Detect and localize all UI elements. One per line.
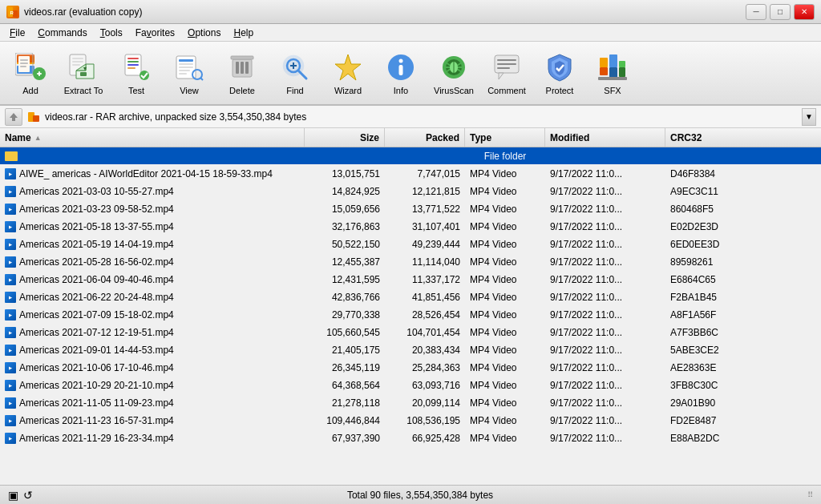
virusscan-button[interactable]: VirusScan [428,46,479,100]
menu-favorites[interactable]: Favorites [129,26,181,40]
file-modified: 9/17/2022 11:0... [545,292,665,303]
sfx-button[interactable]: SFX [587,46,638,100]
status-left: ▣ ↺ [8,489,33,502]
app-icon: R [6,6,19,18]
table-row[interactable]: ▶ Americas 2021-06-04 09-40-46.mp4 12,43… [0,271,821,288]
add-icon [14,51,47,83]
table-row[interactable]: ▶ Americas 2021-06-22 20-24-48.mp4 42,83… [0,288,821,306]
menu-file[interactable]: File [3,26,31,40]
mp4-icon: ▶ [5,433,16,444]
col-type[interactable]: Type [465,128,545,147]
wizard-button[interactable]: Wizard [322,46,374,100]
file-packed: 11,114,040 [385,256,465,268]
path-dropdown-button[interactable]: ▼ [802,108,816,126]
svg-marker-65 [499,73,504,79]
table-row[interactable]: ▶ Americas 2021-03-03 10-55-27.mp4 14,82… [0,183,821,200]
col-crc32[interactable]: CRC32 [665,128,738,147]
file-name: ▶ Americas 2021-03-03 10-55-27.mp4 [0,186,305,197]
file-modified: 9/17/2022 11:0... [545,186,665,197]
file-crc32: 6ED0EE3D [665,239,738,250]
menu-help[interactable]: Help [227,26,260,40]
status-bar: ▣ ↺ Total 90 files, 3,554,350,384 bytes … [0,485,821,504]
table-row[interactable]: ▶ Americas 2021-05-18 13-37-55.mp4 32,17… [0,218,821,236]
add-button[interactable]: Add [5,46,56,100]
file-crc32: D46F8384 [665,168,738,179]
mp4-icon: ▶ [5,274,16,285]
svg-rect-68 [609,54,617,67]
table-row[interactable]: File folder [0,147,821,165]
table-row[interactable]: ▶ Americas 2021-09-01 14-44-53.mp4 21,40… [0,341,821,359]
file-modified: 9/17/2022 11:0... [545,221,665,232]
table-row[interactable]: ▶ Americas 2021-11-05 11-09-23.mp4 21,27… [0,394,821,412]
menu-options[interactable]: Options [181,26,227,40]
col-modified[interactable]: Modified [545,128,665,147]
table-row[interactable]: ▶ Americas 2021-10-29 20-21-10.mp4 64,36… [0,377,821,394]
col-packed[interactable]: Packed [385,128,465,147]
mp4-icon: ▶ [5,256,16,268]
protect-button[interactable]: Protect [534,46,585,100]
mp4-icon: ▶ [5,204,16,215]
window-controls: ─ □ ✕ [746,4,815,20]
svg-rect-15 [72,58,83,59]
svg-rect-69 [609,67,617,79]
file-crc32: F2BA1B45 [665,292,738,303]
svg-rect-33 [179,73,187,75]
menu-tools[interactable]: Tools [94,26,129,40]
delete-button[interactable]: Delete [216,46,268,100]
mp4-icon: ▶ [5,239,16,250]
file-modified: 9/17/2022 11:0... [545,327,665,338]
file-type: MP4 Video [465,380,545,391]
view-button[interactable]: View [164,46,215,100]
file-name: ▶ Americas 2021-03-23 09-58-52.mp4 [0,204,305,215]
col-name[interactable]: Name ▲ [0,128,305,147]
svg-marker-47 [335,54,361,80]
navigate-up-button[interactable] [5,108,22,126]
file-type: File folder [465,151,545,162]
close-button[interactable]: ✕ [794,4,815,20]
file-modified: 9/17/2022 11:0... [545,362,665,373]
table-row[interactable]: ▶ Americas 2021-11-23 16-57-31.mp4 109,4… [0,412,821,429]
table-row[interactable]: ▶ Americas 2021-03-23 09-58-52.mp4 15,05… [0,200,821,218]
minimize-button[interactable]: ─ [746,4,766,20]
info-button[interactable]: Info [375,46,427,100]
test-label: Test [128,86,144,95]
file-modified: 9/17/2022 11:0... [545,397,665,409]
svg-rect-10 [20,66,26,67]
info-icon [385,51,417,83]
status-resize: ⠿ [807,490,813,499]
maximize-button[interactable]: □ [770,4,791,20]
svg-rect-32 [179,70,190,71]
extract-button[interactable]: Extract To [58,46,109,100]
file-rows[interactable]: File folder ▶ AIWE_ americas - AIWorldEd… [0,147,821,485]
file-name: ▶ Americas 2021-05-28 16-56-02.mp4 [0,256,305,268]
table-row[interactable]: ▶ Americas 2021-05-19 14-04-19.mp4 50,52… [0,236,821,253]
table-row[interactable]: ▶ Americas 2021-07-09 15-18-02.mp4 29,77… [0,306,821,324]
col-size[interactable]: Size [305,128,385,147]
file-packed: 41,851,456 [385,292,465,303]
file-type: MP4 Video [465,186,545,197]
menu-bar: File Commands Tools Favorites Options He… [0,24,821,42]
test-button[interactable]: Test [111,46,162,100]
menu-commands[interactable]: Commands [31,26,93,40]
comment-button[interactable]: Comment [481,46,532,100]
table-row[interactable]: ▶ Americas 2021-07-12 12-19-51.mp4 105,6… [0,324,821,341]
file-packed: 20,099,114 [385,397,465,409]
file-name: ▶ Americas 2021-11-29 16-23-34.mp4 [0,433,305,444]
table-row[interactable]: ▶ Americas 2021-10-06 17-10-46.mp4 26,34… [0,359,821,377]
table-row[interactable]: ▶ AIWE_ americas - AIWorldEditor 2021-04… [0,165,821,183]
protect-label: Protect [546,86,574,95]
svg-rect-16 [72,61,83,62]
file-size: 67,937,390 [305,433,385,444]
find-button[interactable]: Find [269,46,321,100]
table-row[interactable]: ▶ Americas 2021-11-29 16-23-34.mp4 67,93… [0,429,821,447]
mp4-icon: ▶ [5,345,16,356]
column-headers: Name ▲ Size Packed Type Modified CRC32 [0,128,821,147]
file-name: ▶ Americas 2021-05-19 14-04-19.mp4 [0,239,305,250]
table-row[interactable]: ▶ Americas 2021-05-28 16-56-02.mp4 12,45… [0,253,821,271]
file-packed: 12,121,815 [385,186,465,197]
svg-point-27 [140,71,149,80]
file-size: 32,176,863 [305,221,385,232]
file-size: 29,770,338 [305,309,385,321]
svg-rect-1 [13,10,18,17]
svg-point-49 [399,58,403,62]
